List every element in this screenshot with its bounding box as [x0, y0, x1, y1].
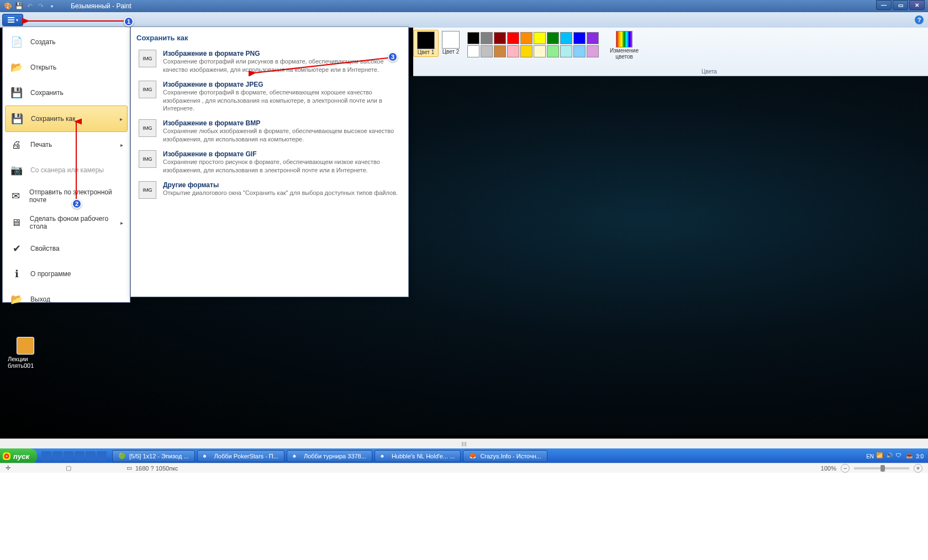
color-swatch-0[interactable]: [467, 32, 479, 44]
color-swatch-1[interactable]: [481, 32, 493, 44]
cursor-position: ✛: [6, 464, 10, 472]
selection-size: ▢: [66, 464, 71, 472]
taskbar-item-4[interactable]: 🦊Crazys.Info - Источн...: [463, 450, 547, 462]
saveas-format-3[interactable]: IMGИзображение в формате GIFСохранение п…: [136, 147, 403, 178]
save-icon[interactable]: 💾: [14, 2, 23, 10]
close-button[interactable]: ✕: [909, 0, 925, 10]
color-1-selector[interactable]: Цвет 1: [413, 30, 439, 57]
color-swatch-10[interactable]: [467, 45, 479, 57]
color-swatch-14[interactable]: [520, 45, 532, 57]
svg-rect-0: [8, 17, 14, 18]
format-title: Другие форматы: [163, 181, 398, 189]
task-label: Crazys.Info - Источн...: [480, 453, 541, 459]
file-menu-item-properties[interactable]: ✔Свойства: [5, 236, 128, 261]
status-bar: ✛ ▢ ▭ 1680 ? 1050пкс 100% − +: [0, 463, 928, 473]
saveas-format-2[interactable]: IMGИзображение в формате BMPСохранение л…: [136, 116, 403, 147]
language-indicator[interactable]: EN: [866, 453, 874, 459]
format-icon: IMG: [139, 50, 156, 67]
color-2-selector[interactable]: Цвет 2: [439, 30, 463, 56]
color-1-label: Цвет 1: [418, 49, 435, 55]
system-tray: EN 📶 🔊 🛡 📥 3:0: [862, 452, 928, 460]
taskbar-item-0[interactable]: 🟢[5/5] 1x12 - Эпизод ...: [112, 450, 195, 462]
file-menu-item-about[interactable]: ℹО программе: [5, 261, 128, 287]
file-menu-label: Сохранить: [30, 89, 64, 97]
color-swatch-8[interactable]: [573, 32, 586, 44]
tray-icon-3[interactable]: 🛡: [896, 452, 904, 460]
color-swatch-9[interactable]: [587, 32, 599, 44]
maximize-button[interactable]: ▭: [893, 0, 908, 10]
color-swatch-6[interactable]: [547, 32, 559, 44]
taskbar-item-1[interactable]: ♠Лобби PokerStars - П...: [197, 450, 284, 462]
saveas-format-0[interactable]: IMGИзображение в формате PNGСохранение ф…: [136, 46, 403, 77]
redo-icon[interactable]: ↷: [36, 2, 45, 10]
zoom-thumb[interactable]: [880, 465, 885, 472]
color-swatch-7[interactable]: [560, 32, 572, 44]
color-swatch-12[interactable]: [494, 45, 506, 57]
undo-icon[interactable]: ↶: [25, 2, 34, 10]
file-menu-item-save[interactable]: 💾Сохранить: [5, 80, 128, 105]
ql-icon-6[interactable]: [97, 451, 107, 461]
color-swatch-17[interactable]: [560, 45, 572, 57]
file-menu-item-print[interactable]: 🖨Печать▸: [5, 132, 128, 157]
taskbar-item-2[interactable]: ♠Лобби турнира 3378...: [287, 450, 372, 462]
format-desc: Сохранение фотографий или рисунков в фор…: [163, 57, 400, 74]
zoom-percent: 100%: [821, 465, 836, 472]
color-palette: [467, 32, 599, 57]
color-swatch-4[interactable]: [520, 32, 532, 44]
color-swatch-16[interactable]: [547, 45, 559, 57]
file-menu-item-email[interactable]: ✉Отправить по электронной почте: [5, 183, 128, 209]
file-menu-item-new[interactable]: 📄Создать: [5, 29, 128, 55]
taskbar-item-3[interactable]: ♠Hubble's NL Hold'e... ...: [375, 450, 461, 462]
ql-icon-2[interactable]: [52, 451, 62, 461]
file-menu-item-exit[interactable]: 📂Выход: [5, 287, 128, 312]
saveas-format-4[interactable]: IMGДругие форматыОткрытие диалогового ок…: [136, 178, 403, 202]
ql-icon-5[interactable]: [86, 451, 96, 461]
edit-colors-button[interactable]: Изменение цветов: [603, 30, 645, 61]
dims-text: 1680 ? 1050пкс: [135, 465, 178, 472]
color-swatch-15[interactable]: [534, 45, 546, 57]
zoom-slider[interactable]: [854, 467, 909, 469]
format-icon: IMG: [139, 119, 156, 137]
color-swatch-5[interactable]: [534, 32, 546, 44]
format-title: Изображение в формате GIF: [163, 150, 400, 158]
format-icon: IMG: [139, 81, 156, 98]
clock[interactable]: 3:0: [916, 453, 924, 459]
help-button[interactable]: ?: [915, 15, 924, 24]
color-swatch-11[interactable]: [481, 45, 493, 57]
tray-icon-1[interactable]: 📶: [876, 452, 884, 460]
saveas-format-1[interactable]: IMGИзображение в формате JPEGСохранение …: [136, 77, 403, 117]
color-swatch-2[interactable]: [494, 32, 506, 44]
application-menu-button[interactable]: [2, 14, 23, 26]
callout-1: 1: [124, 17, 134, 27]
color-swatch-19[interactable]: [587, 45, 599, 57]
format-title: Изображение в формате PNG: [163, 50, 400, 57]
quick-access-toolbar: 🎨 💾 ↶ ↷ ▾: [0, 2, 60, 10]
desktop-file-icon[interactable]: Лекции блять001: [8, 337, 43, 369]
format-desc: Сохранение любых изображений в формате, …: [163, 127, 400, 144]
ql-icon-1[interactable]: [41, 451, 51, 461]
color-swatch-13[interactable]: [507, 45, 519, 57]
zoom-out-button[interactable]: −: [841, 464, 850, 473]
spectrum-icon: [616, 31, 632, 47]
color-swatch-18[interactable]: [573, 45, 586, 57]
file-menu-item-open[interactable]: 📂Открыть: [5, 55, 128, 80]
format-icon: IMG: [139, 150, 156, 168]
about-icon: ℹ: [9, 267, 24, 281]
zoom-in-button[interactable]: +: [914, 464, 922, 473]
horizontal-scrollbar[interactable]: ⦀⦀: [0, 439, 928, 448]
color-swatch-3[interactable]: [507, 32, 519, 44]
tray-icon-4[interactable]: 📥: [906, 452, 914, 460]
ql-icon-4[interactable]: [75, 451, 85, 461]
file-menu-item-saveas[interactable]: 💾Сохранить как▸: [5, 105, 128, 132]
file-menu-label: Открыть: [30, 64, 56, 71]
minimize-button[interactable]: —: [876, 0, 892, 10]
file-menu-item-wallpaper[interactable]: 🖥Сделать фоном рабочего стола▸: [5, 209, 128, 236]
file-menu-label: Печать: [30, 141, 52, 149]
ql-icon-3[interactable]: [64, 451, 73, 461]
start-button[interactable]: пуск: [0, 448, 37, 464]
file-menu-label: Сделать фоном рабочего стола: [30, 215, 123, 230]
tray-icon-2[interactable]: 🔊: [886, 452, 894, 460]
qat-dropdown-icon[interactable]: ▾: [48, 2, 56, 10]
color-1-swatch: [417, 31, 435, 49]
format-desc: Сохранение простого рисунок в формате, о…: [163, 158, 400, 175]
